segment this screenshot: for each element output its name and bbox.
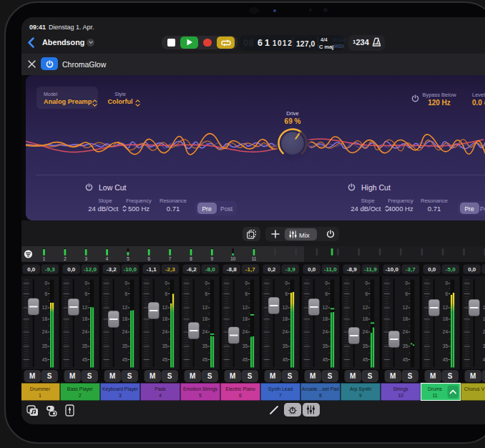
svg-text:18: 18 (323, 316, 328, 321)
svg-text:6: 6 (245, 291, 248, 296)
svg-text:S: S (207, 372, 212, 380)
svg-text:5: 5 (199, 393, 202, 398)
svg-text:12: 12 (122, 305, 128, 310)
svg-text:35: 35 (202, 344, 208, 349)
svg-text:1: 1 (43, 256, 46, 261)
svg-text:6: 6 (147, 256, 150, 261)
svg-text:S: S (47, 372, 52, 380)
svg-text:7: 7 (169, 256, 172, 261)
svg-text:6: 6 (44, 291, 47, 296)
svg-text:M: M (470, 372, 476, 380)
svg-text:Drums: Drums (428, 386, 443, 391)
svg-text:12: 12 (403, 305, 408, 310)
svg-text:18: 18 (403, 316, 408, 321)
svg-text:0: 0 (124, 281, 127, 286)
svg-text:18: 18 (162, 316, 168, 321)
svg-text:-9,3: -9,3 (45, 266, 55, 273)
svg-text:5: 5 (127, 256, 129, 261)
svg-text:24: 24 (443, 329, 449, 334)
svg-text:M: M (270, 372, 275, 380)
svg-text:0,0: 0,0 (428, 266, 436, 273)
svg-text:-3,9: -3,9 (285, 266, 295, 273)
svg-text:18: 18 (42, 316, 48, 321)
svg-text:18: 18 (242, 316, 248, 321)
svg-text:S: S (368, 372, 373, 380)
svg-text:12: 12 (443, 305, 449, 310)
svg-text:3: 3 (84, 256, 87, 261)
svg-text:6: 6 (405, 291, 408, 296)
svg-text:Strings: Strings (393, 386, 408, 392)
svg-text:11: 11 (432, 393, 437, 398)
svg-text:S: S (248, 372, 253, 380)
svg-text:3: 3 (119, 393, 122, 398)
svg-text:45: 45 (363, 357, 368, 362)
svg-text:35: 35 (323, 344, 328, 349)
svg-text:6: 6 (124, 291, 127, 296)
svg-text:Drummer: Drummer (30, 386, 51, 391)
svg-text:45: 45 (443, 357, 449, 362)
svg-text:M: M (29, 372, 35, 380)
svg-text:0: 0 (405, 281, 408, 286)
svg-text:24: 24 (242, 329, 248, 334)
svg-text:Chorus V: Chorus V (464, 386, 485, 391)
svg-text:10: 10 (230, 256, 236, 261)
svg-text:18: 18 (443, 316, 449, 321)
svg-text:2: 2 (64, 256, 67, 261)
svg-text:45: 45 (82, 357, 88, 362)
svg-text:12: 12 (242, 305, 248, 310)
svg-text:M: M (310, 372, 315, 380)
svg-text:45: 45 (42, 357, 48, 362)
svg-text:Synth Lead: Synth Lead (268, 386, 293, 392)
svg-text:S: S (127, 372, 132, 380)
svg-text:35: 35 (82, 344, 88, 349)
svg-text:9: 9 (211, 256, 214, 261)
svg-text:35: 35 (363, 344, 368, 349)
svg-text:18: 18 (82, 316, 88, 321)
svg-text:Bass Player: Bass Player (67, 386, 94, 392)
svg-text:18: 18 (202, 316, 208, 321)
svg-text:M: M (430, 372, 436, 380)
svg-text:45: 45 (122, 357, 128, 362)
svg-text:0: 0 (365, 281, 368, 286)
svg-text:4: 4 (159, 393, 162, 398)
svg-text:0,0: 0,0 (308, 266, 316, 273)
svg-text:35: 35 (242, 344, 248, 349)
svg-text:0,0: 0,0 (67, 266, 76, 273)
svg-text:0,0: 0,0 (27, 266, 36, 273)
svg-text:6: 6 (365, 291, 368, 296)
svg-text:M: M (350, 372, 356, 380)
svg-text:Keyboard Player: Keyboard Player (102, 386, 139, 392)
svg-text:35: 35 (162, 344, 168, 349)
svg-text:-2,3: -2,3 (165, 266, 175, 273)
svg-text:Arp Synth: Arp Synth (350, 386, 371, 392)
svg-text:6: 6 (205, 291, 207, 296)
svg-text:-10,0: -10,0 (124, 266, 137, 273)
svg-text:-8,0: -8,0 (205, 266, 215, 273)
svg-text:6: 6 (165, 291, 167, 296)
svg-text:M: M (190, 372, 195, 380)
svg-text:M: M (150, 372, 155, 380)
svg-text:Emotion Strings: Emotion Strings (183, 386, 218, 392)
svg-text:S: S (167, 372, 172, 380)
svg-text:45: 45 (242, 357, 248, 362)
svg-text:-3,7: -3,7 (406, 266, 416, 273)
svg-text:45: 45 (162, 357, 168, 362)
svg-text:-8,8: -8,8 (227, 266, 237, 273)
svg-text:0,2: 0,2 (268, 266, 276, 273)
svg-text:18: 18 (363, 316, 368, 321)
svg-text:0: 0 (245, 281, 248, 286)
svg-text:Electric Piano: Electric Piano (225, 386, 255, 391)
svg-text:12: 12 (363, 305, 368, 310)
svg-text:12: 12 (82, 305, 88, 310)
svg-text:S: S (87, 372, 92, 380)
svg-text:18: 18 (122, 316, 128, 321)
svg-text:-5,0: -5,0 (446, 266, 456, 273)
svg-text:-6,2: -6,2 (187, 266, 197, 273)
svg-text:6: 6 (285, 291, 288, 296)
svg-text:S: S (288, 372, 293, 380)
svg-text:45: 45 (323, 357, 328, 362)
svg-text:6: 6 (84, 291, 87, 296)
svg-text:12: 12 (323, 305, 328, 310)
svg-text:35: 35 (42, 344, 48, 349)
svg-text:-11,9: -11,9 (364, 266, 377, 273)
